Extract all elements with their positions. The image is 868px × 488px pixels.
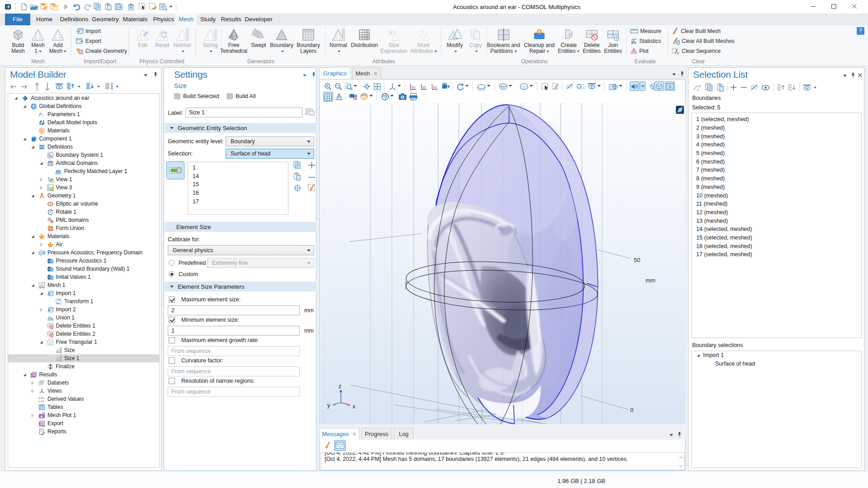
svg-text:50: 50 bbox=[634, 257, 640, 263]
svg-text:8.85: 8.85 bbox=[39, 396, 44, 399]
svg-text:0: 0 bbox=[630, 407, 633, 413]
svg-text:xy: xy bbox=[411, 85, 415, 89]
svg-text:yz: yz bbox=[422, 85, 426, 89]
svg-text:P: P bbox=[38, 112, 42, 117]
svg-text:y: y bbox=[327, 402, 330, 408]
svg-text:i: i bbox=[42, 114, 43, 118]
svg-text:x: x bbox=[353, 404, 356, 410]
svg-text:mm: mm bbox=[646, 277, 656, 284]
svg-text:e-12: e-12 bbox=[39, 399, 45, 402]
svg-text:xz: xz bbox=[433, 85, 437, 89]
svg-text:z: z bbox=[339, 383, 341, 389]
